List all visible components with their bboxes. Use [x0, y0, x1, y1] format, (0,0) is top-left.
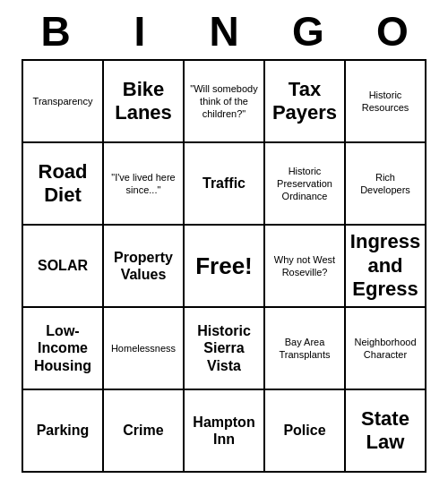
bingo-cell-5: Road Diet — [23, 143, 104, 226]
letter-g: G — [269, 7, 348, 56]
cell-text-7: Traffic — [202, 175, 246, 192]
cell-text-15: Low-Income Housing — [27, 322, 99, 374]
cell-text-5: Road Diet — [27, 160, 99, 208]
letter-n: N — [185, 7, 263, 56]
bingo-cell-7: Traffic — [185, 143, 265, 226]
cell-text-1: Bike Lanes — [108, 78, 179, 125]
cell-text-24: State Law — [349, 407, 421, 455]
cell-text-20: Parking — [37, 422, 90, 439]
bingo-cell-18: Bay Area Transplants — [265, 308, 346, 390]
cell-text-23: Police — [283, 422, 325, 439]
cell-text-12: Free! — [195, 252, 253, 280]
bingo-cell-1: Bike Lanes — [104, 61, 185, 143]
cell-text-18: Bay Area Transplants — [269, 336, 340, 362]
cell-text-13: Why not West Roseville? — [269, 253, 340, 279]
cell-text-2: "Will somebody think of the children?" — [188, 82, 260, 121]
bingo-cell-21: Crime — [104, 390, 185, 473]
cell-text-6: "I've lived here since..." — [108, 171, 179, 197]
bingo-cell-9: Rich Developers — [346, 143, 426, 226]
letter-b: B — [16, 7, 95, 56]
bingo-cell-16: Homelessness — [104, 308, 185, 390]
bingo-cell-4: Historic Resources — [346, 61, 426, 143]
bingo-cell-0: Transparency — [23, 61, 104, 143]
cell-text-11: Property Values — [108, 249, 179, 283]
cell-text-0: Transparency — [33, 95, 93, 107]
bingo-cell-17: Historic Sierra Vista — [185, 308, 265, 390]
cell-text-19: Neighborhood Character — [349, 336, 421, 362]
cell-text-8: Historic Preservation Ordinance — [269, 165, 340, 203]
cell-text-10: SOLAR — [38, 257, 88, 274]
bingo-cell-22: Hampton Inn — [185, 390, 265, 473]
bingo-cell-11: Property Values — [104, 226, 185, 308]
bingo-title: B I N G O — [13, 0, 435, 59]
bingo-cell-15: Low-Income Housing — [23, 308, 104, 390]
cell-text-17: Historic Sierra Vista — [188, 322, 260, 374]
cell-text-22: Hampton Inn — [188, 414, 260, 448]
bingo-cell-3: Tax Payers — [265, 61, 346, 143]
bingo-cell-12: Free! — [185, 226, 265, 308]
bingo-cell-13: Why not West Roseville? — [265, 226, 346, 308]
cell-text-14: Ingress and Egress — [349, 230, 421, 301]
bingo-cell-6: "I've lived here since..." — [104, 143, 185, 226]
cell-text-4: Historic Resources — [349, 89, 421, 115]
cell-text-16: Homelessness — [111, 342, 176, 355]
letter-i: I — [100, 7, 179, 56]
bingo-cell-24: State Law — [346, 390, 426, 473]
bingo-cell-19: Neighborhood Character — [346, 308, 426, 390]
bingo-grid: TransparencyBike Lanes"Will somebody thi… — [22, 59, 426, 473]
bingo-cell-8: Historic Preservation Ordinance — [265, 143, 346, 226]
letter-o: O — [353, 7, 432, 56]
cell-text-3: Tax Payers — [269, 78, 340, 125]
bingo-cell-10: SOLAR — [23, 226, 104, 308]
cell-text-21: Crime — [123, 422, 163, 439]
cell-text-9: Rich Developers — [349, 171, 421, 197]
bingo-cell-20: Parking — [23, 390, 104, 473]
bingo-cell-23: Police — [265, 390, 346, 473]
bingo-cell-2: "Will somebody think of the children?" — [185, 61, 265, 143]
bingo-cell-14: Ingress and Egress — [346, 226, 426, 308]
